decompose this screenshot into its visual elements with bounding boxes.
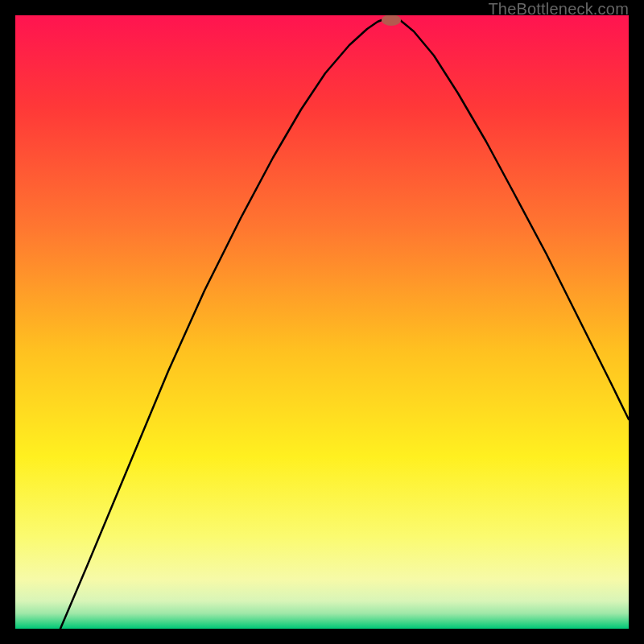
watermark-text: TheBottleneck.com — [488, 0, 629, 19]
chart-svg — [15, 15, 629, 629]
plot-area — [15, 15, 629, 629]
gradient-background — [15, 15, 629, 629]
chart-frame: TheBottleneck.com — [0, 0, 644, 644]
